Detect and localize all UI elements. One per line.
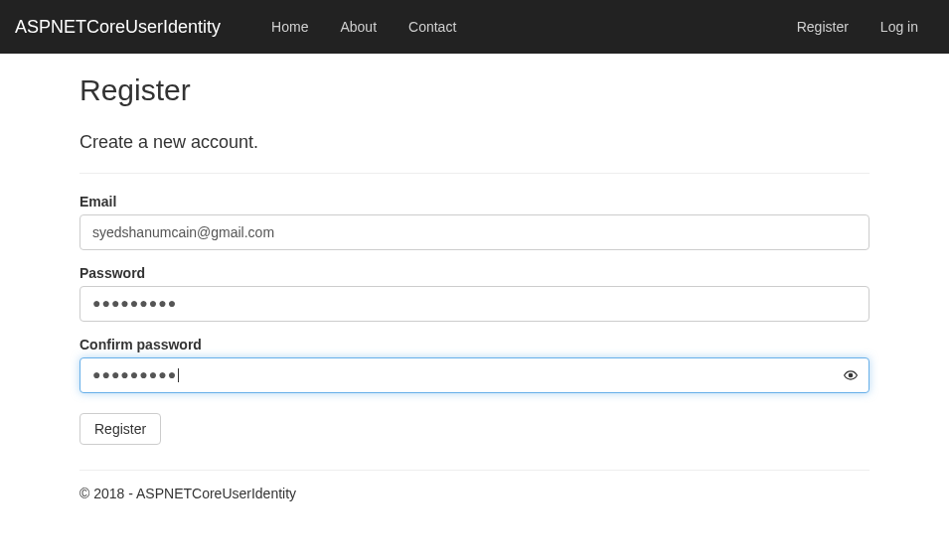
- password-field[interactable]: ●●●●●●●●●: [79, 286, 870, 322]
- nav-register[interactable]: Register: [781, 4, 865, 50]
- confirm-password-label: Confirm password: [79, 337, 870, 352]
- confirm-password-group: Confirm password ●●●●●●●●●: [79, 337, 870, 393]
- password-label: Password: [79, 265, 870, 281]
- password-group: Password ●●●●●●●●●: [79, 265, 870, 322]
- divider: [79, 173, 870, 174]
- reveal-password-icon[interactable]: [844, 368, 858, 382]
- nav-login[interactable]: Log in: [865, 4, 934, 50]
- email-field[interactable]: [79, 214, 870, 250]
- confirm-password-mask: ●●●●●●●●●: [92, 366, 177, 382]
- nav-contact[interactable]: Contact: [393, 4, 472, 50]
- navbar: ASPNETCoreUserIdentity Home About Contac…: [0, 0, 949, 54]
- nav-about[interactable]: About: [324, 4, 393, 50]
- email-group: Email: [79, 194, 870, 250]
- page-title: Register: [79, 73, 870, 107]
- page-subtitle: Create a new account.: [79, 132, 870, 153]
- text-cursor: [178, 368, 179, 382]
- nav-left: Home About Contact: [255, 4, 781, 50]
- footer: © 2018 - ASPNETCoreUserIdentity: [79, 470, 870, 501]
- svg-point-0: [849, 373, 853, 377]
- nav-home[interactable]: Home: [255, 4, 324, 50]
- footer-text: © 2018 - ASPNETCoreUserIdentity: [79, 486, 870, 501]
- register-button[interactable]: Register: [79, 413, 161, 445]
- main-container: Register Create a new account. Email Pas…: [65, 73, 884, 501]
- password-mask: ●●●●●●●●●: [92, 295, 177, 311]
- confirm-password-field[interactable]: ●●●●●●●●●: [79, 357, 870, 393]
- footer-divider: [79, 470, 870, 471]
- register-form: Email Password ●●●●●●●●● Confirm passwor…: [79, 194, 870, 445]
- brand-link[interactable]: ASPNETCoreUserIdentity: [15, 2, 236, 53]
- email-label: Email: [79, 194, 870, 210]
- nav-right: Register Log in: [781, 4, 934, 50]
